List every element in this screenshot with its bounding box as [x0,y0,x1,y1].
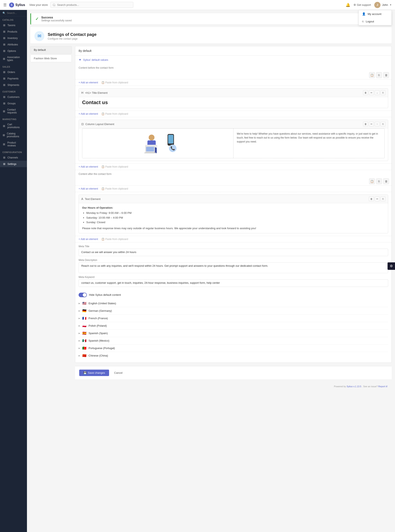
plugin-fab[interactable]: ⚙ [388,262,395,270]
sidebar-search-input[interactable] [7,12,24,15]
title-element-header: H <h1> Title Element 🗑 ✏ ↓ ⎘ [79,88,388,97]
lang-chevron-0: ▶ [79,302,80,304]
view-store-link[interactable]: View your store [29,3,48,6]
lang-chevron-4: ▶ [79,332,80,334]
title-element-delete-btn[interactable]: 🗑 [363,90,368,95]
meta-description-value[interactable]: Reach out to us with any inquiries, and … [79,262,388,273]
lang-flag-1: 🇩🇪 [82,309,87,313]
title-element-copy-btn[interactable]: ⎘ [380,90,385,95]
toolbar-delete-btn[interactable]: 🗑 [383,72,389,78]
shipments-icon: ⊞ [2,83,6,87]
left-nav-by-default[interactable]: By default [30,46,72,54]
paste-clipboard-btn-before-bottom[interactable]: 📋 Paste from clipboard [101,165,128,168]
sidebar-item-payments[interactable]: ⊞Payments [0,75,27,82]
meta-title-value[interactable]: Contact us we will answer you within 24 … [79,249,388,256]
sidebar-item-taxons[interactable]: ⊞Taxons [0,22,27,28]
get-support-button[interactable]: ⚙ Get support [354,3,371,6]
toolbar-paste-btn[interactable]: 📋 [369,72,375,78]
sidebar-item-association-types[interactable]: ⊞Association types [0,54,27,63]
toolbar-copy-btn[interactable]: ⎘ [376,72,382,78]
paste-clipboard-btn-top[interactable]: 📋 Paste from clipboard [101,81,128,84]
add-element-button-after-top[interactable]: + Add an element [79,187,98,190]
sidebar-item-products[interactable]: ⊞Products [0,28,27,35]
lang-item-1[interactable]: ▶ 🇩🇪 German (Germany) [79,307,388,315]
sidebar-item-groups[interactable]: ⊞Groups [0,100,27,107]
sidebar-item-inventory[interactable]: ⊞Inventory [0,35,27,41]
bell-icon[interactable]: 🔔 [346,3,350,7]
toolbar-after-paste-btn[interactable]: 📋 [369,178,375,184]
sidebar-item-contact-requests[interactable]: ⊞Contact requests [0,107,27,116]
text-element-label: Text Element [85,197,367,201]
meta-keyword-value[interactable]: contact us, customer support, get in tou… [79,279,388,287]
lang-item-7[interactable]: ▶ 🇨🇳 Chinese (China) [79,352,388,359]
sidebar-item-orders[interactable]: ⊞Orders [0,69,27,75]
sidebar-item-options[interactable]: ⊞Options [0,48,27,54]
add-element-button-before-bottom[interactable]: + Add an element [79,165,98,168]
sidebar-search-icon: 🔍 [2,12,5,15]
cancel-button[interactable]: Cancel [112,370,125,376]
left-nav-fashion-web-store[interactable]: Fashion Web Store [30,55,72,62]
text-element-delete-btn[interactable]: 🗑 [369,196,374,201]
lang-item-2[interactable]: ▶ 🇫🇷 French (France) [79,315,388,322]
toggle-knob [83,293,87,297]
title-element-move-down-btn[interactable]: ↓ [375,90,380,95]
paste-clipboard-btn-after-bottom[interactable]: 📋 Paste from clipboard [101,238,128,241]
lang-item-3[interactable]: ▶ 🇵🇱 Polish (Poland) [79,322,388,329]
column-element-actions: 🗑 ✏ ↑ ⎘ [363,121,385,126]
reviews-icon: ⊞ [2,143,5,146]
toolbar-after-delete-btn[interactable]: 🗑 [383,178,389,184]
text-element-header: A Text Element 🗑 ✏ ⎘ [79,195,388,203]
lang-item-4[interactable]: ▶ 🇪🇸 Spanish (Spain) [79,329,388,337]
sidebar-item-attributes[interactable]: ⊞Attributes [0,41,27,48]
text-element-copy-btn[interactable]: ⎘ [380,196,385,201]
contact-title: Contact us [79,97,388,108]
footer-report-link[interactable]: Report it! [378,385,388,388]
column-element-edit-btn[interactable]: ✏ [369,121,374,126]
call-figure: 📞 [169,145,176,153]
paste-clipboard-btn-middle[interactable]: 📋 Paste from clipboard [101,112,128,115]
logout-item[interactable]: ⎋ Logout [359,18,391,25]
sidebar-item-catalog-promotions[interactable]: ⊞Catalog promotions [0,131,27,140]
text-element-edit-btn[interactable]: ✏ [375,196,380,201]
paste-clipboard-btn-after-top[interactable]: 📋 Paste from clipboard [101,187,128,190]
customer-label: CUSTOMER [0,88,27,94]
add-element-button-top[interactable]: + Add an element [79,81,98,84]
groups-icon: ⊞ [2,102,6,105]
title-element-edit-btn[interactable]: ✏ [369,90,374,95]
sidebar-item-channels[interactable]: ⊞Channels [0,154,27,161]
add-element-button-middle[interactable]: + Add an element [79,112,98,115]
main-content: ✓ Success Settings successfully saved ✉ … [27,10,395,532]
hours-item-0: Monday to Friday: 9:00 AM – 6:00 PM [86,211,385,215]
page-header: ✉ Settings of Contact page Configure the… [30,27,392,44]
lang-item-5[interactable]: ▶ 🇲🇽 Spanish (Mexico) [79,337,388,345]
add-element-button-after-bottom[interactable]: + Add an element [79,238,98,241]
add-element-row-after-top: + Add an element 📋 Paste from clipboard [75,185,391,192]
config-label: CONFIGURATION [0,149,27,154]
save-changes-button[interactable]: 💾 Save changes [79,370,109,376]
lang-item-0[interactable]: ▶ 🇺🇸 English (United States) [79,300,388,307]
user-menu[interactable]: J John ▼ [374,2,392,8]
column-element-move-up-btn[interactable]: ↑ [375,121,380,126]
column-element-copy-btn[interactable]: ⎘ [380,121,385,126]
collapse-header[interactable]: ▼ Sylius' default values [75,55,391,64]
page-footer: Powered by Sylius v.1.13.5 . See an issu… [75,383,392,390]
user-dropdown: 👤 My account ⎋ Logout [358,10,392,25]
call-svg: 📞 [169,145,176,152]
hide-default-toggle[interactable] [79,293,87,297]
menu-icon[interactable]: ☰ [3,3,7,7]
lang-item-6[interactable]: ▶ 🇵🇹 Portuguese (Portugal) [79,345,388,352]
search-input[interactable] [50,2,133,8]
lang-chevron-3: ▶ [79,325,80,327]
sidebar-item-shipments[interactable]: ⊞Shipments [0,82,27,88]
sidebar-item-product-reviews[interactable]: ⊞Product reviews [0,140,27,149]
collapse-label: Sylius' default values [83,58,108,61]
lang-name-1: German (Germany) [88,309,112,312]
sidebar-item-settings[interactable]: ⊞Settings [0,161,27,167]
my-account-item[interactable]: 👤 My account [359,10,391,18]
sidebar-item-cart-promotions[interactable]: ⊞Cart promotions [0,121,27,131]
sidebar-item-customers[interactable]: ⊞Customers [0,94,27,100]
toolbar-after-copy-btn[interactable]: ⎘ [376,178,382,184]
toggle-row: Hide Sylius default content [75,290,391,300]
footer-sylius-link[interactable]: Sylius v.1.13.5 [347,385,362,388]
column-element-delete-btn[interactable]: 🗑 [363,121,368,126]
